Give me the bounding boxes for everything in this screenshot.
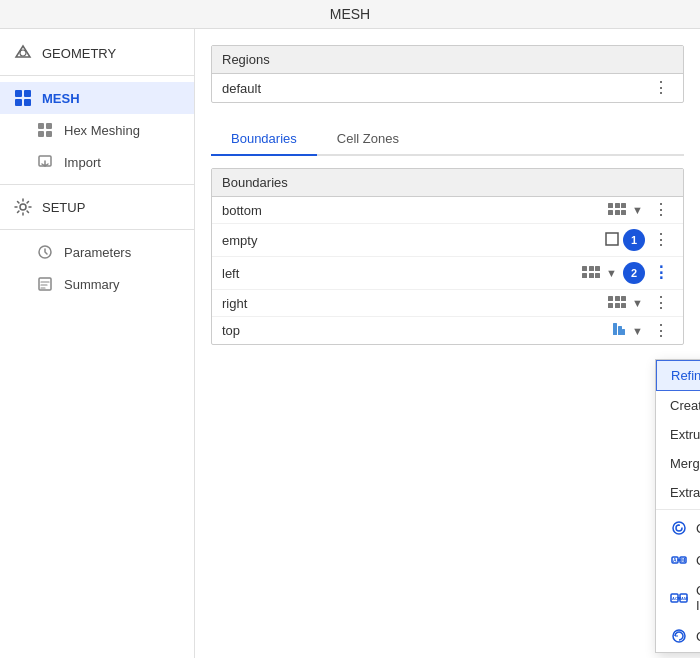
context-menu-item-create-cyclic-interface[interactable]: Create Cyclic Interface [656, 512, 700, 544]
sidebar-label-setup: SETUP [42, 200, 85, 215]
sidebar-item-summary[interactable]: Summary [0, 268, 194, 300]
tabs-row: Boundaries Cell Zones [211, 123, 684, 156]
table-row: empty 1 ⋮ [212, 224, 683, 257]
square-type-icon [605, 232, 619, 249]
boundary-name-top: top [222, 323, 612, 338]
mesh-icon [14, 89, 32, 107]
boundary-chevron-left[interactable]: ▼ [604, 267, 619, 279]
boundary-kebab-empty[interactable]: ⋮ [649, 232, 673, 248]
boundary-controls-left: ▼ 2 ⋮ [582, 262, 673, 284]
grid-type-icon [582, 266, 600, 281]
boundary-name-bottom: bottom [222, 203, 608, 218]
context-menu-item-extrude[interactable]: Extrude [656, 420, 700, 449]
context-menu-item-create-periodic-interface[interactable]: Create Periodic Interface [656, 620, 700, 652]
svg-rect-31 [621, 303, 626, 308]
context-menu-item-merge[interactable]: Merge [656, 449, 700, 478]
sidebar-label-summary: Summary [64, 277, 120, 292]
sidebar-label-geometry: GEOMETRY [42, 46, 116, 61]
grid-type-icon [608, 203, 626, 218]
sidebar-item-setup[interactable]: SETUP [0, 191, 194, 223]
svg-rect-6 [46, 123, 52, 129]
top-bar-title: MESH [330, 6, 370, 22]
svg-rect-20 [582, 266, 587, 271]
refine-label: Refine [671, 368, 700, 383]
sidebar-item-import[interactable]: Import [0, 146, 194, 178]
boundary-kebab-left[interactable]: ⋮ [649, 265, 673, 281]
svg-rect-8 [46, 131, 52, 137]
svg-point-0 [20, 50, 26, 56]
step-badge-1: 1 [623, 229, 645, 251]
context-menu-item-refine[interactable]: Refine [656, 360, 700, 391]
svg-rect-27 [615, 296, 620, 301]
boundary-kebab-bottom[interactable]: ⋮ [649, 202, 673, 218]
merge-label: Merge [670, 456, 700, 471]
boundaries-box: Boundaries bottom ▼ [211, 168, 684, 345]
boundary-kebab-right[interactable]: ⋮ [649, 295, 673, 311]
acmi-icon: ACM AMI [670, 589, 688, 607]
context-menu: Refine Create Boundary Layer Extrude Mer… [655, 359, 700, 653]
boundary-name-left: left [222, 266, 582, 281]
svg-rect-1 [15, 90, 22, 97]
svg-rect-25 [595, 273, 600, 278]
boundary-kebab-top[interactable]: ⋮ [649, 323, 673, 339]
table-row: bottom ▼ ⋮ [212, 197, 683, 224]
sidebar-label-parameters: Parameters [64, 245, 131, 260]
svg-rect-13 [608, 203, 613, 208]
svg-rect-23 [582, 273, 587, 278]
sidebar-label-hex-meshing: Hex Meshing [64, 123, 140, 138]
regions-row: default ⋮ [212, 74, 683, 102]
context-menu-divider [656, 509, 700, 510]
extrude-label: Extrude [670, 427, 700, 442]
boundary-controls-top: ▼ ⋮ [612, 322, 673, 339]
svg-rect-29 [608, 303, 613, 308]
boundary-chevron-bottom[interactable]: ▼ [630, 204, 645, 216]
svg-rect-7 [38, 131, 44, 137]
sidebar-item-geometry[interactable]: GEOMETRY [0, 37, 194, 69]
sidebar-item-hex-meshing[interactable]: Hex Meshing [0, 114, 194, 146]
boundary-chevron-top[interactable]: ▼ [630, 325, 645, 337]
sidebar-item-parameters[interactable]: Parameters [0, 236, 194, 268]
ami-icon: A M I [670, 551, 688, 569]
sidebar-label-import: Import [64, 155, 101, 170]
regions-header: Regions [212, 46, 683, 74]
context-menu-item-extract-from[interactable]: Extract From [656, 478, 700, 507]
regions-box: Regions default ⋮ [211, 45, 684, 103]
context-menu-item-create-arbitrary-interface[interactable]: A M I Create Arbitrary Interface [656, 544, 700, 576]
svg-rect-33 [618, 326, 622, 335]
tab-cell-zones[interactable]: Cell Zones [317, 123, 419, 156]
svg-rect-5 [38, 123, 44, 129]
svg-rect-26 [608, 296, 613, 301]
main-content: Regions default ⋮ Boundaries Cell Zones … [195, 29, 700, 658]
svg-rect-15 [621, 203, 626, 208]
boundaries-header: Boundaries [212, 169, 683, 197]
sidebar-item-mesh[interactable]: MESH [0, 82, 194, 114]
regions-kebab-button[interactable]: ⋮ [649, 80, 673, 96]
table-row: top ▼ ⋮ [212, 317, 683, 344]
svg-text:AMI: AMI [681, 596, 688, 601]
svg-rect-3 [15, 99, 22, 106]
svg-rect-34 [622, 329, 625, 335]
tab-boundaries[interactable]: Boundaries [211, 123, 317, 156]
svg-rect-21 [589, 266, 594, 271]
summary-icon [36, 275, 54, 293]
boundary-chevron-right[interactable]: ▼ [630, 297, 645, 309]
boundary-name-empty: empty [222, 233, 605, 248]
setup-icon [14, 198, 32, 216]
create-cyclic-interface-label: Create Cyclic Interface [696, 521, 700, 536]
create-boundary-layer-label: Create Boundary Layer [670, 398, 700, 413]
extract-from-label: Extract From [670, 485, 700, 500]
sidebar: GEOMETRY MESH [0, 29, 195, 658]
svg-rect-18 [621, 210, 626, 215]
svg-rect-17 [615, 210, 620, 215]
context-menu-item-create-boundary-layer[interactable]: Create Boundary Layer [656, 391, 700, 420]
create-arbitrary-interface-label: Create Arbitrary Interface [696, 553, 700, 568]
svg-rect-32 [613, 323, 617, 335]
table-row: right ▼ ⋮ [212, 290, 683, 317]
geometry-icon [14, 44, 32, 62]
svg-rect-28 [621, 296, 626, 301]
boundary-controls-right: ▼ ⋮ [608, 295, 673, 311]
context-menu-item-create-arbitrarily-coupled[interactable]: ACM AMI Create Arbitrarily Coupled Inter… [656, 576, 700, 620]
import-icon [36, 153, 54, 171]
create-arbitrarily-coupled-label: Create Arbitrarily Coupled Interface [696, 583, 700, 613]
svg-point-10 [20, 204, 26, 210]
